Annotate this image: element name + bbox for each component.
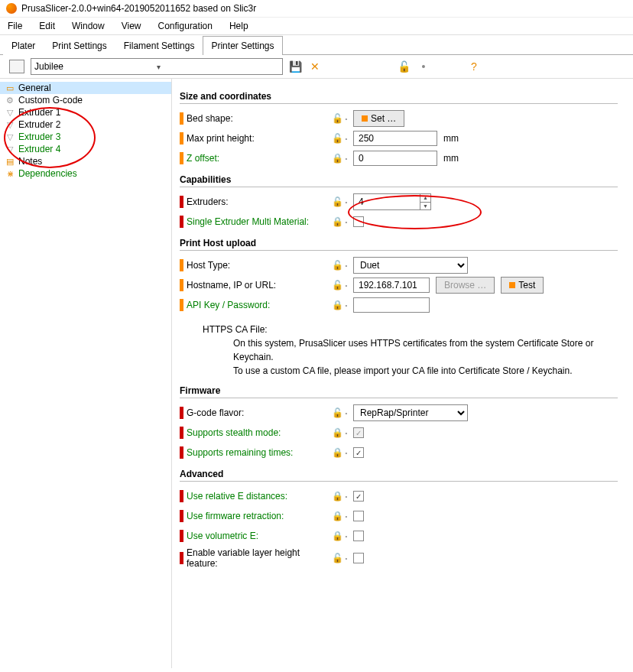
- fw-retract-checkbox[interactable]: [353, 511, 364, 521]
- tab-plater[interactable]: Plater: [3, 36, 44, 55]
- extruder-icon: ▽: [5, 107, 15, 118]
- title-bar: PrusaSlicer-2.0.0+win64-2019052011652 ba…: [0, 0, 633, 18]
- host-type-select[interactable]: Duet: [353, 257, 468, 274]
- menu-view[interactable]: View: [118, 19, 144, 33]
- lock-icon[interactable]: 🔓: [332, 113, 342, 124]
- spinner-up-icon[interactable]: ▲: [420, 194, 430, 203]
- api-key-input[interactable]: [353, 297, 430, 313]
- tree-extruder-3[interactable]: ▽Extruder 3: [0, 131, 171, 143]
- bed-shape-label: Bed shape:: [187, 113, 332, 124]
- unit-label: mm: [443, 133, 459, 144]
- stealth-checkbox[interactable]: ✓: [353, 427, 364, 438]
- unlock-icon[interactable]: 🔓: [398, 60, 410, 73]
- app-logo-icon: [6, 3, 17, 14]
- dependencies-icon: ⋇: [5, 168, 15, 179]
- lock-icon[interactable]: 🔓: [332, 196, 342, 207]
- fw-retract-label: Use firmware retraction:: [187, 511, 332, 521]
- vol-e-checkbox[interactable]: [353, 531, 364, 541]
- preset-toolbar: Jubilee ▾ 💾 ✕ 🔓 • ?: [0, 55, 633, 79]
- notes-icon: ▤: [5, 156, 15, 167]
- api-key-label: API Key / Password:: [187, 300, 332, 310]
- lock-icon[interactable]: 🔒: [332, 531, 342, 541]
- https-title: HTTPS CA File:: [203, 323, 618, 336]
- section-capabilities: Capabilities: [180, 174, 618, 187]
- tab-printer-settings[interactable]: Printer Settings: [203, 36, 282, 55]
- menu-window[interactable]: Window: [69, 19, 108, 33]
- lock-icon[interactable]: 🔒: [332, 447, 342, 458]
- unit-label: mm: [443, 153, 459, 164]
- save-preset-icon[interactable]: 💾: [289, 60, 301, 73]
- menu-configuration[interactable]: Configuration: [155, 19, 216, 33]
- square-icon: [509, 282, 515, 288]
- section-print-host: Print Host upload: [180, 238, 618, 251]
- preset-combo[interactable]: Jubilee ▾: [31, 58, 283, 75]
- lock-icon[interactable]: 🔒: [332, 153, 342, 164]
- delete-preset-icon[interactable]: ✕: [309, 60, 321, 73]
- section-size: Size and coordinates: [180, 91, 618, 104]
- lock-icon[interactable]: 🔓: [332, 280, 342, 291]
- tree-notes[interactable]: ▤Notes: [0, 155, 171, 167]
- extruders-spinner[interactable]: ▲▼: [353, 193, 431, 210]
- printer-icon: [9, 60, 24, 73]
- lock-icon[interactable]: 🔓: [332, 260, 342, 271]
- extruders-input[interactable]: [354, 194, 420, 209]
- settings-panel: Size and coordinates Bed shape: 🔓• Set ……: [172, 79, 633, 668]
- lock-icon[interactable]: 🔓: [332, 553, 342, 563]
- tree-dependencies[interactable]: ⋇Dependencies: [0, 167, 171, 180]
- tree-extruder-4[interactable]: ▽Extruder 4: [0, 143, 171, 155]
- rel-e-label: Use relative E distances:: [187, 491, 332, 502]
- tree-extruder-2[interactable]: ▽Extruder 2: [0, 118, 171, 131]
- menu-edit[interactable]: Edit: [36, 19, 58, 33]
- menu-bar: File Edit Window View Configuration Help: [0, 18, 633, 35]
- browse-button[interactable]: Browse …: [436, 277, 495, 294]
- max-print-height-input[interactable]: [353, 131, 437, 146]
- lock-icon[interactable]: 🔓: [332, 407, 342, 418]
- square-icon: [362, 115, 368, 122]
- help-icon[interactable]: ?: [468, 60, 480, 73]
- vol-e-label: Use volumetric E:: [187, 531, 332, 541]
- tree-extruder-1[interactable]: ▽Extruder 1: [0, 106, 171, 118]
- z-offset-label: Z offset:: [187, 153, 332, 164]
- tabs: Plater Print Settings Filament Settings …: [0, 35, 633, 55]
- https-info: HTTPS CA File: On this system, PrusaSlic…: [203, 323, 618, 378]
- extruders-label: Extruders:: [187, 196, 332, 207]
- printer-icon: ▭: [5, 83, 15, 93]
- z-offset-input[interactable]: [353, 151, 437, 166]
- lock-icon[interactable]: 🔒: [332, 491, 342, 502]
- tab-filament-settings[interactable]: Filament Settings: [115, 36, 203, 55]
- lock-icon[interactable]: 🔒: [332, 216, 342, 227]
- tab-print-settings[interactable]: Print Settings: [44, 36, 115, 55]
- host-type-label: Host Type:: [187, 260, 332, 271]
- settings-tree: ▭General ⚙Custom G-code ▽Extruder 1 ▽Ext…: [0, 79, 172, 668]
- https-line2: To use a custom CA file, please import y…: [233, 364, 618, 378]
- tree-custom-gcode[interactable]: ⚙Custom G-code: [0, 94, 171, 106]
- var-layer-label: Enable variable layer height feature:: [187, 547, 332, 569]
- lock-icon[interactable]: 🔒: [332, 511, 342, 521]
- remaining-checkbox[interactable]: ✓: [353, 447, 364, 458]
- single-mm-checkbox[interactable]: [353, 216, 364, 227]
- single-mm-label: Single Extruder Multi Material:: [187, 216, 332, 227]
- gcode-flavor-select[interactable]: RepRap/Sprinter: [353, 404, 468, 421]
- max-print-height-label: Max print height:: [187, 133, 332, 144]
- chevron-down-icon: ▾: [157, 63, 279, 71]
- menu-file[interactable]: File: [5, 19, 25, 33]
- lock-icon[interactable]: 🔒: [332, 427, 342, 438]
- stealth-label: Supports stealth mode:: [187, 427, 332, 438]
- rel-e-checkbox[interactable]: ✓: [353, 491, 364, 502]
- hostname-label: Hostname, IP or URL:: [187, 280, 332, 291]
- section-advanced: Advanced: [180, 469, 618, 482]
- https-line1: On this system, PrusaSlicer uses HTTPS c…: [233, 336, 618, 364]
- test-button[interactable]: Test: [501, 277, 544, 294]
- section-firmware: Firmware: [180, 385, 618, 398]
- lock-icon[interactable]: 🔓: [332, 133, 342, 144]
- var-layer-checkbox[interactable]: [353, 553, 364, 563]
- menu-help[interactable]: Help: [226, 19, 252, 33]
- tree-general[interactable]: ▭General: [0, 82, 171, 94]
- gcode-flavor-label: G-code flavor:: [187, 407, 332, 418]
- hostname-input[interactable]: [353, 278, 430, 293]
- bed-shape-set-button[interactable]: Set …: [353, 110, 404, 127]
- extruder-icon: ▽: [5, 119, 15, 130]
- spinner-down-icon[interactable]: ▼: [420, 203, 430, 210]
- preset-name: Jubilee: [34, 61, 157, 72]
- lock-icon[interactable]: 🔒: [332, 300, 342, 310]
